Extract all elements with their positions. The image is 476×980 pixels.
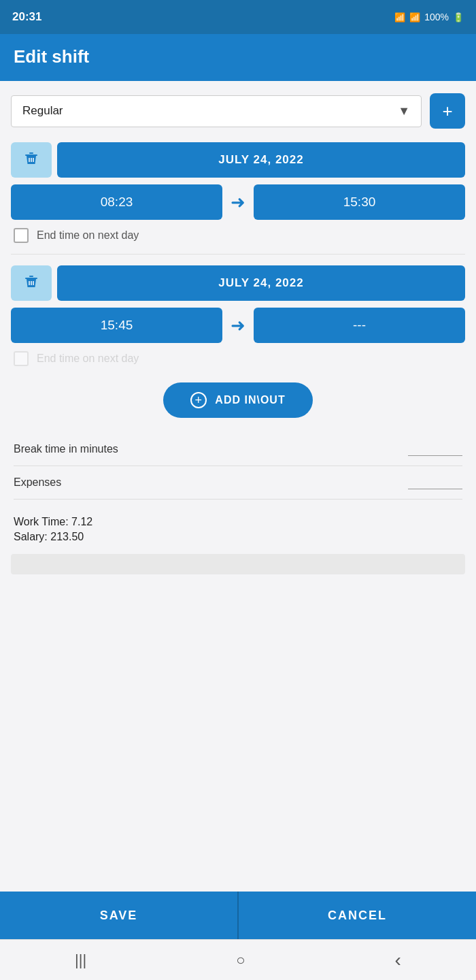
nav-menu-icon[interactable]: |||: [75, 951, 86, 969]
status-time: 20:31: [12, 10, 41, 24]
time-row-2: 15:45 ➜ ---: [11, 308, 465, 343]
signal-icon: 📶: [409, 12, 420, 22]
add-shift-type-button[interactable]: +: [430, 93, 465, 129]
date-row-2: JULY 24, 2022: [11, 265, 465, 301]
status-icons: 📶 📶 100% 🔋: [394, 12, 464, 22]
shift-type-row: Regular ▼ +: [11, 93, 465, 129]
battery-level: 100%: [424, 12, 449, 22]
break-time-row: Break time in minutes: [14, 433, 462, 466]
date-1-button[interactable]: JULY 24, 2022: [57, 142, 465, 178]
shift-block-1: JULY 24, 2022 08:23 ➜ 15:30 End time on …: [11, 142, 465, 254]
arrow-icon-2: ➜: [228, 315, 248, 336]
trash-icon-2: [23, 274, 39, 293]
break-time-label: Break time in minutes: [14, 443, 118, 455]
svg-rect-0: [25, 154, 37, 156]
battery-icon: 🔋: [453, 12, 464, 22]
salary-label: Salary: 213.50: [14, 531, 462, 543]
end-time-1-value: 15:30: [343, 195, 376, 210]
end-time-1-button[interactable]: 15:30: [254, 184, 465, 220]
main-content: Regular ▼ +: [0, 81, 476, 892]
bottom-buttons: SAVE CANCEL: [0, 892, 476, 939]
header: Edit shift: [0, 34, 476, 81]
delete-shift-1-button[interactable]: [11, 142, 52, 178]
add-inout-container: + ADD IN\OUT: [11, 382, 465, 418]
work-info: Work Time: 7.12 Salary: 213.50: [11, 510, 465, 554]
plus-circle-icon: +: [190, 392, 207, 408]
date-1-value: JULY 24, 2022: [218, 153, 303, 167]
wifi-icon: 📶: [394, 12, 405, 22]
start-time-2-button[interactable]: 15:45: [11, 308, 222, 343]
end-next-day-checkbox-2: [14, 351, 29, 366]
shift-block-2: JULY 24, 2022 15:45 ➜ --- End time on ne…: [11, 265, 465, 377]
status-bar: 20:31 📶 📶 100% 🔋: [0, 0, 476, 34]
chevron-down-icon: ▼: [398, 104, 410, 118]
nav-bar: ||| ○ ‹: [0, 939, 476, 980]
trash-icon: [23, 150, 39, 170]
save-button[interactable]: SAVE: [0, 892, 237, 939]
end-time-2-button[interactable]: ---: [254, 308, 465, 343]
nav-back-icon[interactable]: ‹: [395, 949, 401, 971]
info-fields: Break time in minutes Expenses: [11, 433, 465, 500]
nav-home-icon[interactable]: ○: [236, 951, 245, 969]
svg-rect-5: [25, 278, 37, 279]
shift-type-label: Regular: [22, 104, 63, 118]
svg-rect-1: [29, 152, 33, 154]
delete-shift-2-button[interactable]: [11, 265, 52, 301]
end-next-day-label-1: End time on next day: [37, 229, 139, 242]
start-time-1-value: 08:23: [101, 195, 133, 210]
date-2-value: JULY 24, 2022: [218, 276, 303, 290]
end-next-day-row-2: End time on next day: [11, 351, 465, 366]
start-time-1-button[interactable]: 08:23: [11, 184, 222, 220]
section-divider: [11, 254, 465, 255]
end-next-day-row-1: End time on next day: [11, 228, 465, 243]
work-time-label: Work Time: 7.12: [14, 516, 462, 528]
notes-area: [11, 554, 465, 574]
expenses-input[interactable]: [408, 476, 462, 489]
end-next-day-label-2: End time on next day: [37, 353, 139, 365]
time-row-1: 08:23 ➜ 15:30: [11, 184, 465, 220]
end-time-2-value: ---: [353, 318, 366, 333]
expenses-row: Expenses: [14, 466, 462, 500]
date-2-button[interactable]: JULY 24, 2022: [57, 265, 465, 301]
arrow-icon-1: ➜: [228, 192, 248, 213]
break-time-input[interactable]: [408, 442, 462, 456]
add-inout-label: ADD IN\OUT: [215, 394, 285, 406]
date-row-1: JULY 24, 2022: [11, 142, 465, 178]
start-time-2-value: 15:45: [101, 318, 133, 333]
cancel-button[interactable]: CANCEL: [237, 892, 476, 939]
page-title: Edit shift: [14, 46, 89, 67]
expenses-label: Expenses: [14, 476, 61, 489]
svg-rect-6: [29, 276, 33, 277]
add-inout-button[interactable]: + ADD IN\OUT: [163, 382, 312, 418]
shift-type-dropdown[interactable]: Regular ▼: [11, 95, 422, 127]
end-next-day-checkbox-1[interactable]: [14, 228, 29, 243]
